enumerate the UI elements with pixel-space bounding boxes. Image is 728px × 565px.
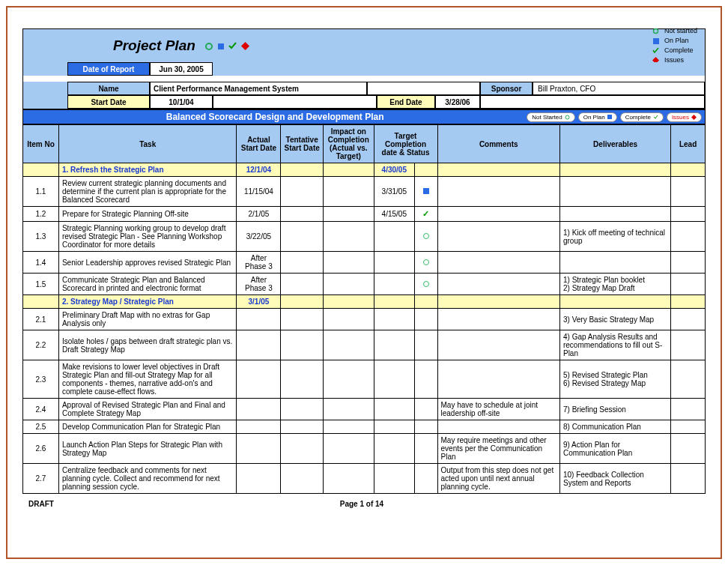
tentative-start-cell: [281, 434, 324, 464]
deliverables-cell: 1) Kick off meeting of technical group: [559, 222, 670, 252]
comments-cell: [437, 177, 559, 207]
tentative-start-cell: [281, 330, 324, 360]
deliverables-cell: 3) Very Basic Strategy Map: [559, 309, 670, 330]
comments-cell: [437, 309, 559, 330]
table-row: 2.5Develop Communication Plan for Strate…: [23, 420, 706, 434]
footer-draft: DRAFT: [28, 500, 54, 508]
title-status-icons: [204, 37, 249, 54]
impact-cell: [323, 207, 374, 222]
tentative-start-cell: [281, 274, 324, 295]
col-impact: Impact on Completion (Actual vs. Target): [323, 125, 374, 163]
deliverables-cell: [559, 177, 670, 207]
filter-issues-button[interactable]: Issues: [667, 112, 702, 122]
footer-page: Page 1 of 14: [340, 500, 383, 508]
on-plan-icon: [652, 38, 660, 44]
status-cell: [415, 360, 438, 399]
table-row: 1.2Prepare for Strategic Planning Off-si…: [23, 207, 706, 222]
target-date-cell: [374, 274, 414, 295]
filter-not-started-button[interactable]: Not Started: [527, 112, 574, 122]
item-no: 2.1: [23, 309, 59, 330]
tentative-start-cell: [281, 222, 324, 252]
actual-start-cell: 11/15/04: [237, 177, 281, 207]
item-no: 1.4: [23, 252, 59, 274]
header-band: Project Plan Not started On Plan Complet…: [22, 28, 706, 109]
lead-cell: [671, 309, 706, 330]
legend-complete: Complete: [664, 46, 694, 55]
complete-icon: [652, 47, 660, 54]
impact-cell: [323, 399, 374, 420]
lead-cell: [671, 434, 706, 464]
page-footer: DRAFT Page 1 of 14: [22, 494, 706, 508]
col-task: Task: [58, 125, 237, 163]
not-started-icon: [652, 28, 660, 34]
task-cell: Preliminary Draft Map with no extras for…: [58, 309, 237, 330]
deliverables-cell: 5) Revised Strategic Plan6) Revised Stra…: [559, 360, 670, 399]
svg-rect-3: [653, 38, 659, 44]
lead-cell: [671, 464, 706, 494]
target-date-cell: [374, 434, 414, 464]
section-row: 1. Refresh the Strategic Plan12/1/044/30…: [23, 163, 706, 177]
svg-rect-5: [607, 115, 612, 119]
task-cell: Review current strategic planning docume…: [58, 177, 237, 207]
item-no: 1.1: [23, 177, 59, 207]
page-frame: Project Plan Not started On Plan Complet…: [6, 6, 722, 559]
item-no: 2.2: [23, 330, 59, 360]
target-date-cell: 4/15/05: [374, 207, 414, 222]
comments-cell: [437, 222, 559, 252]
impact-cell: [323, 177, 374, 207]
filter-complete-button[interactable]: Complete: [620, 112, 664, 122]
date-of-report-label: Date of Report: [67, 62, 150, 76]
item-no: 2.4: [23, 399, 59, 420]
svg-point-2: [654, 29, 658, 34]
section-title: 1. Refresh the Strategic Plan: [58, 163, 237, 177]
status-cell: [415, 274, 438, 295]
filter-on-plan-button[interactable]: On Plan: [578, 112, 617, 122]
target-date-cell: [374, 252, 414, 274]
impact-cell: [323, 330, 374, 360]
svg-point-4: [565, 115, 569, 119]
lead-cell: [671, 222, 706, 252]
target-date-cell: [374, 309, 414, 330]
target-date-cell: [374, 399, 414, 420]
tentative-start-cell: [281, 420, 324, 434]
col-target-completion: Target Completion date & Status: [374, 125, 437, 163]
table-row: 2.6Launch Action Plan Steps for Strategi…: [23, 434, 706, 464]
comments-cell: [437, 420, 559, 434]
banner-title: Balanced Scorecard Design and Developmen…: [23, 112, 527, 122]
status-not-started-icon: [423, 233, 429, 239]
item-no: 1.2: [23, 207, 59, 222]
sponsor-value: Bill Praxton, CFO: [533, 82, 705, 95]
sponsor-label: Sponsor: [480, 82, 533, 95]
actual-start-cell: 2/1/05: [237, 207, 281, 222]
status-cell: [415, 177, 438, 207]
table-row: 2.4Approval of Revised Strategic Plan an…: [23, 399, 706, 420]
comments-cell: May require meetings and other events pe…: [437, 434, 559, 464]
status-not-started-icon: [423, 259, 429, 265]
impact-cell: [323, 309, 374, 330]
start-date-value: 10/1/04: [150, 95, 213, 109]
section-actual-start: 3/1/05: [237, 295, 281, 309]
table-row: 1.1Review current strategic planning doc…: [23, 177, 706, 207]
task-cell: Senior Leadership approves revised Strat…: [58, 252, 237, 274]
actual-start-cell: [237, 309, 281, 330]
comments-cell: [437, 360, 559, 399]
task-cell: Develop Communication Plan for Strategic…: [58, 420, 237, 434]
table-row: 1.4Senior Leadership approves revised St…: [23, 252, 706, 274]
target-date-cell: [374, 464, 414, 494]
tentative-start-cell: [281, 464, 324, 494]
comments-cell: Output from this step does not get acted…: [437, 464, 559, 494]
svg-point-0: [206, 43, 212, 49]
lead-cell: [671, 330, 706, 360]
status-on-plan-icon: [423, 188, 429, 194]
target-date-cell: [374, 360, 414, 399]
deliverables-cell: 4) Gap Analysis Results and recommendati…: [559, 330, 670, 360]
tentative-start-cell: [281, 360, 324, 399]
status-cell: [415, 464, 438, 494]
svg-rect-1: [218, 43, 224, 49]
column-header-row: Item No Task Actual Start Date Tentative…: [23, 125, 706, 163]
status-cell: [415, 222, 438, 252]
section-target: 4/30/05: [374, 163, 414, 177]
comments-cell: [437, 330, 559, 360]
deliverables-cell: 1) Strategic Plan booklet2) Strategy Map…: [559, 274, 670, 295]
table-row: 1.3Strategic Planning working group to d…: [23, 222, 706, 252]
